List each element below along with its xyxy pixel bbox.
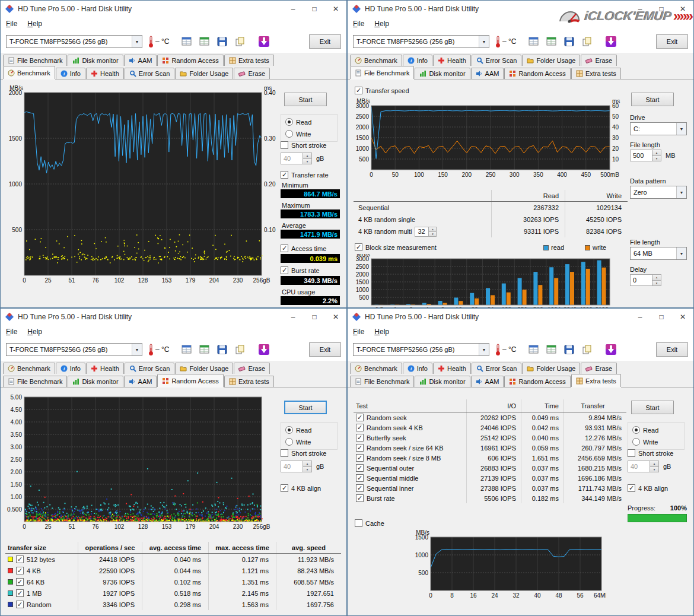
short-stroke-checkbox[interactable]: Short stroke xyxy=(281,449,326,457)
screenshot-button[interactable] xyxy=(603,342,619,357)
text-report-button[interactable] xyxy=(526,34,542,49)
drive-select[interactable]: T-FORCE TM8FP5256G (256 gB) ▼ xyxy=(353,343,489,356)
graph-report-button[interactable] xyxy=(543,342,559,357)
write-radio[interactable]: Write xyxy=(285,438,333,446)
transfer-rate-checkbox[interactable]: Transfer rate xyxy=(281,171,329,179)
tab-disk-monitor[interactable]: Disk monitor xyxy=(68,55,123,66)
menu-file[interactable]: File xyxy=(353,20,364,28)
spinner-buttons[interactable]: ▴▾ xyxy=(303,153,312,164)
tab-disk-monitor[interactable]: Disk monitor xyxy=(68,376,123,387)
close-button[interactable]: ✕ xyxy=(672,309,693,325)
minimize-button[interactable]: – xyxy=(629,1,651,17)
save-button[interactable] xyxy=(561,342,577,357)
exit-button[interactable]: Exit xyxy=(656,34,688,49)
row-checkbox[interactable] xyxy=(356,454,364,462)
maximize-button[interactable]: □ xyxy=(651,1,672,17)
row-checkbox[interactable] xyxy=(356,444,364,452)
row-checkbox[interactable] xyxy=(356,494,364,502)
tab-file-benchmark[interactable]: File Benchmark xyxy=(350,376,414,387)
tab-info[interactable]: iInfo xyxy=(403,363,432,374)
tab-health[interactable]: Health xyxy=(86,363,124,374)
save-button[interactable] xyxy=(214,342,230,357)
text-report-button[interactable] xyxy=(179,34,195,49)
start-button[interactable]: Start xyxy=(631,93,674,106)
row-checkbox[interactable] xyxy=(16,589,24,597)
tab-extra-tests[interactable]: Extra tests xyxy=(571,374,621,387)
read-radio[interactable]: Read xyxy=(285,118,333,126)
start-button[interactable]: Start xyxy=(631,401,674,414)
copy-button[interactable] xyxy=(579,34,595,49)
tab-error-scan[interactable]: Error Scan xyxy=(472,363,522,374)
target-drive-select[interactable]: C:▼ xyxy=(630,122,687,135)
tab-benchmark[interactable]: Benchmark xyxy=(350,363,402,374)
row-checkbox[interactable] xyxy=(356,434,364,442)
tab-erase[interactable]: Erase xyxy=(581,363,617,374)
drive-select[interactable]: T-FORCE TM8FP5256G (256 gB) ▼ xyxy=(6,35,142,48)
short-stroke-value[interactable]: 40 xyxy=(281,461,303,472)
row-checkbox[interactable] xyxy=(16,567,24,574)
short-stroke-value[interactable]: 40 xyxy=(628,461,650,472)
tab-erase[interactable]: Erase xyxy=(234,363,270,374)
spinner-buttons[interactable]: ▴▾ xyxy=(652,274,661,286)
drive-select[interactable]: T-FORCE TM8FP5256G (256 gB) ▼ xyxy=(353,35,489,48)
menu-help[interactable]: Help xyxy=(374,20,389,28)
titlebar[interactable]: HD Tune Pro 5.00 - Hard Disk Utility – □… xyxy=(348,309,693,325)
tab-folder-usage[interactable]: Folder Usage xyxy=(175,363,233,374)
delay-value[interactable]: 0 xyxy=(630,274,652,286)
tab-aam[interactable]: AAM xyxy=(471,376,504,387)
write-radio[interactable]: Write xyxy=(285,130,333,138)
tab-extra-tests[interactable]: Extra tests xyxy=(224,376,274,387)
save-button[interactable] xyxy=(214,34,230,49)
minimize-button[interactable]: – xyxy=(282,309,304,325)
text-report-button[interactable] xyxy=(179,342,195,357)
menu-file[interactable]: File xyxy=(353,328,364,336)
row-checkbox[interactable] xyxy=(16,578,24,586)
tab-error-scan[interactable]: Error Scan xyxy=(125,68,175,79)
tab-benchmark[interactable]: Benchmark xyxy=(350,55,402,66)
tab-file-benchmark[interactable]: File Benchmark xyxy=(3,376,67,387)
start-button[interactable]: Start xyxy=(284,401,327,414)
short-stroke-checkbox[interactable]: Short stroke xyxy=(628,449,673,457)
spinner-buttons[interactable]: ▴▾ xyxy=(652,150,661,161)
access-time-checkbox[interactable]: Access time xyxy=(281,245,326,252)
tab-aam[interactable]: AAM xyxy=(124,55,157,66)
block-size-checkbox[interactable]: Block size measurement xyxy=(355,243,437,251)
tab-random-access[interactable]: Random Access xyxy=(504,68,570,79)
copy-button[interactable] xyxy=(232,342,248,357)
exit-button[interactable]: Exit xyxy=(309,342,341,357)
row-checkbox[interactable] xyxy=(356,464,364,472)
short-stroke-checkbox[interactable]: Short stroke xyxy=(281,141,326,149)
spinner-buttons[interactable]: ▴▾ xyxy=(303,461,312,472)
tab-folder-usage[interactable]: Folder Usage xyxy=(175,68,233,79)
tab-aam[interactable]: AAM xyxy=(124,376,157,387)
close-button[interactable]: ✕ xyxy=(325,309,346,325)
menu-help[interactable]: Help xyxy=(27,20,42,28)
menu-help[interactable]: Help xyxy=(374,328,389,336)
kb-align-checkbox[interactable]: 4 KB align xyxy=(281,484,321,492)
tab-disk-monitor[interactable]: Disk monitor xyxy=(415,376,470,387)
close-button[interactable]: ✕ xyxy=(325,1,346,17)
row-checkbox[interactable] xyxy=(356,484,364,492)
close-button[interactable]: ✕ xyxy=(672,1,693,17)
burst-rate-checkbox[interactable]: Burst rate xyxy=(281,266,320,274)
read-radio[interactable]: Read xyxy=(285,426,333,434)
menu-file[interactable]: File xyxy=(6,328,17,336)
exit-button[interactable]: Exit xyxy=(656,342,688,357)
graph-report-button[interactable] xyxy=(196,342,212,357)
row-checkbox[interactable] xyxy=(16,555,24,563)
tab-folder-usage[interactable]: Folder Usage xyxy=(522,55,580,66)
tab-file-benchmark[interactable]: File Benchmark xyxy=(350,66,414,79)
titlebar[interactable]: HD Tune Pro 5.00 - Hard Disk Utility – □… xyxy=(348,1,693,17)
row-checkbox[interactable] xyxy=(356,424,364,431)
text-report-button[interactable] xyxy=(526,342,542,357)
tab-error-scan[interactable]: Error Scan xyxy=(125,363,175,374)
spinner-buttons[interactable]: ▴▾ xyxy=(650,461,659,472)
tab-random-access[interactable]: Random Access xyxy=(157,374,223,387)
tab-erase[interactable]: Erase xyxy=(581,55,617,66)
tab-extra-tests[interactable]: Extra tests xyxy=(224,55,274,66)
row-checkbox[interactable] xyxy=(356,414,364,421)
tab-folder-usage[interactable]: Folder Usage xyxy=(522,363,580,374)
minimize-button[interactable]: – xyxy=(629,309,651,325)
write-radio[interactable]: Write xyxy=(632,438,680,446)
screenshot-button[interactable] xyxy=(256,34,272,49)
